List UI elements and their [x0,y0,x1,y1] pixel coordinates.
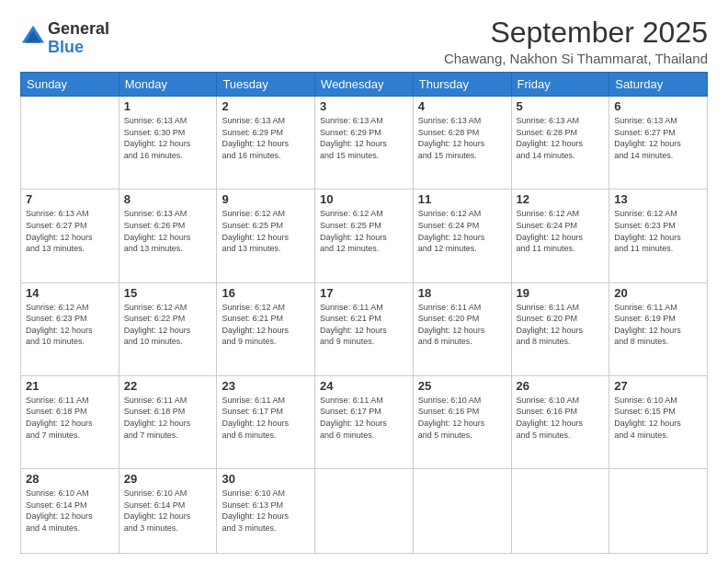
day-info: Sunrise: 6:11 AM Sunset: 6:20 PM Dayligh… [418,302,506,348]
day-number: 5 [517,99,605,113]
day-number: 23 [222,379,310,393]
day-cell: 25Sunrise: 6:10 AM Sunset: 6:16 PM Dayli… [413,375,511,468]
logo-general-text: General [48,20,109,39]
logo-icon [20,24,46,50]
day-number: 30 [222,472,310,486]
week-row-1: 1Sunrise: 6:13 AM Sunset: 6:30 PM Daylig… [21,97,708,190]
day-info: Sunrise: 6:10 AM Sunset: 6:15 PM Dayligh… [614,395,702,441]
day-number: 2 [222,99,310,113]
col-friday: Friday [511,73,609,97]
day-cell: 14Sunrise: 6:12 AM Sunset: 6:23 PM Dayli… [21,282,119,375]
day-cell [609,469,708,554]
col-saturday: Saturday [609,73,708,97]
day-number: 16 [222,286,310,300]
day-info: Sunrise: 6:13 AM Sunset: 6:27 PM Dayligh… [26,208,114,254]
day-info: Sunrise: 6:12 AM Sunset: 6:23 PM Dayligh… [26,302,114,348]
day-info: Sunrise: 6:12 AM Sunset: 6:24 PM Dayligh… [517,208,605,254]
day-cell: 20Sunrise: 6:11 AM Sunset: 6:19 PM Dayli… [609,282,708,375]
day-info: Sunrise: 6:12 AM Sunset: 6:23 PM Dayligh… [614,208,702,254]
day-number: 7 [26,192,114,206]
day-info: Sunrise: 6:12 AM Sunset: 6:24 PM Dayligh… [418,208,506,254]
day-cell: 29Sunrise: 6:10 AM Sunset: 6:14 PM Dayli… [119,469,217,554]
day-cell: 30Sunrise: 6:10 AM Sunset: 6:13 PM Dayli… [217,469,315,554]
day-number: 10 [320,192,408,206]
day-number: 12 [517,192,605,206]
day-number: 25 [418,379,506,393]
day-cell: 24Sunrise: 6:11 AM Sunset: 6:17 PM Dayli… [315,375,414,468]
day-info: Sunrise: 6:12 AM Sunset: 6:22 PM Dayligh… [124,302,212,348]
day-info: Sunrise: 6:10 AM Sunset: 6:14 PM Dayligh… [26,488,114,534]
day-number: 17 [320,286,408,300]
day-number: 11 [418,192,506,206]
day-info: Sunrise: 6:10 AM Sunset: 6:16 PM Dayligh… [517,395,605,441]
day-cell: 22Sunrise: 6:11 AM Sunset: 6:18 PM Dayli… [119,375,217,468]
day-number: 1 [124,99,212,113]
day-cell: 9Sunrise: 6:12 AM Sunset: 6:25 PM Daylig… [217,190,315,282]
day-cell: 4Sunrise: 6:13 AM Sunset: 6:28 PM Daylig… [413,97,511,190]
day-info: Sunrise: 6:10 AM Sunset: 6:16 PM Dayligh… [418,395,506,441]
day-cell [21,97,119,190]
day-info: Sunrise: 6:11 AM Sunset: 6:17 PM Dayligh… [222,395,310,441]
main-title: September 2025 [444,17,708,49]
week-row-2: 7Sunrise: 6:13 AM Sunset: 6:27 PM Daylig… [21,190,708,282]
day-cell: 16Sunrise: 6:12 AM Sunset: 6:21 PM Dayli… [217,282,315,375]
day-cell: 10Sunrise: 6:12 AM Sunset: 6:25 PM Dayli… [315,190,414,282]
day-cell: 15Sunrise: 6:12 AM Sunset: 6:22 PM Dayli… [119,282,217,375]
day-number: 20 [614,286,702,300]
day-cell: 21Sunrise: 6:11 AM Sunset: 6:18 PM Dayli… [21,375,119,468]
day-cell: 23Sunrise: 6:11 AM Sunset: 6:17 PM Dayli… [217,375,315,468]
day-number: 18 [418,286,506,300]
day-number: 28 [26,472,114,486]
day-cell: 18Sunrise: 6:11 AM Sunset: 6:20 PM Dayli… [413,282,511,375]
day-info: Sunrise: 6:13 AM Sunset: 6:29 PM Dayligh… [320,115,408,161]
logo-blue-text: Blue [48,39,109,57]
day-info: Sunrise: 6:13 AM Sunset: 6:30 PM Dayligh… [124,115,212,161]
day-info: Sunrise: 6:13 AM Sunset: 6:28 PM Dayligh… [517,115,605,161]
title-section: September 2025 Chawang, Nakhon Si Thamma… [444,17,708,66]
day-info: Sunrise: 6:11 AM Sunset: 6:17 PM Dayligh… [320,395,408,441]
day-cell [511,469,609,554]
day-number: 24 [320,379,408,393]
day-cell: 28Sunrise: 6:10 AM Sunset: 6:14 PM Dayli… [21,469,119,554]
col-wednesday: Wednesday [315,73,414,97]
day-number: 27 [614,379,702,393]
day-cell: 2Sunrise: 6:13 AM Sunset: 6:29 PM Daylig… [217,97,315,190]
day-info: Sunrise: 6:10 AM Sunset: 6:13 PM Dayligh… [222,488,310,534]
day-number: 19 [517,286,605,300]
day-cell: 7Sunrise: 6:13 AM Sunset: 6:27 PM Daylig… [21,190,119,282]
subtitle: Chawang, Nakhon Si Thammarat, Thailand [444,51,708,66]
day-info: Sunrise: 6:13 AM Sunset: 6:29 PM Dayligh… [222,115,310,161]
day-info: Sunrise: 6:13 AM Sunset: 6:27 PM Dayligh… [614,115,702,161]
day-number: 13 [614,192,702,206]
day-info: Sunrise: 6:13 AM Sunset: 6:26 PM Dayligh… [124,208,212,254]
day-cell: 13Sunrise: 6:12 AM Sunset: 6:23 PM Dayli… [609,190,708,282]
logo: General Blue [20,20,109,57]
day-info: Sunrise: 6:10 AM Sunset: 6:14 PM Dayligh… [124,488,212,534]
day-cell: 27Sunrise: 6:10 AM Sunset: 6:15 PM Dayli… [609,375,708,468]
day-info: Sunrise: 6:11 AM Sunset: 6:21 PM Dayligh… [320,302,408,348]
day-number: 15 [124,286,212,300]
day-number: 3 [320,99,408,113]
page: General Blue September 2025 Chawang, Nak… [0,0,728,563]
day-cell: 6Sunrise: 6:13 AM Sunset: 6:27 PM Daylig… [609,97,708,190]
day-number: 8 [124,192,212,206]
day-info: Sunrise: 6:12 AM Sunset: 6:25 PM Dayligh… [320,208,408,254]
day-info: Sunrise: 6:13 AM Sunset: 6:28 PM Dayligh… [418,115,506,161]
day-number: 22 [124,379,212,393]
week-row-4: 21Sunrise: 6:11 AM Sunset: 6:18 PM Dayli… [21,375,708,468]
calendar-table: Sunday Monday Tuesday Wednesday Thursday… [20,72,708,554]
day-number: 26 [517,379,605,393]
day-cell [413,469,511,554]
day-cell: 8Sunrise: 6:13 AM Sunset: 6:26 PM Daylig… [119,190,217,282]
day-info: Sunrise: 6:11 AM Sunset: 6:19 PM Dayligh… [614,302,702,348]
day-cell: 5Sunrise: 6:13 AM Sunset: 6:28 PM Daylig… [511,97,609,190]
col-thursday: Thursday [413,73,511,97]
header: General Blue September 2025 Chawang, Nak… [20,17,708,66]
day-number: 21 [26,379,114,393]
week-row-3: 14Sunrise: 6:12 AM Sunset: 6:23 PM Dayli… [21,282,708,375]
day-number: 14 [26,286,114,300]
header-row: Sunday Monday Tuesday Wednesday Thursday… [21,73,708,97]
day-number: 4 [418,99,506,113]
day-cell: 3Sunrise: 6:13 AM Sunset: 6:29 PM Daylig… [315,97,414,190]
day-info: Sunrise: 6:11 AM Sunset: 6:18 PM Dayligh… [26,395,114,441]
